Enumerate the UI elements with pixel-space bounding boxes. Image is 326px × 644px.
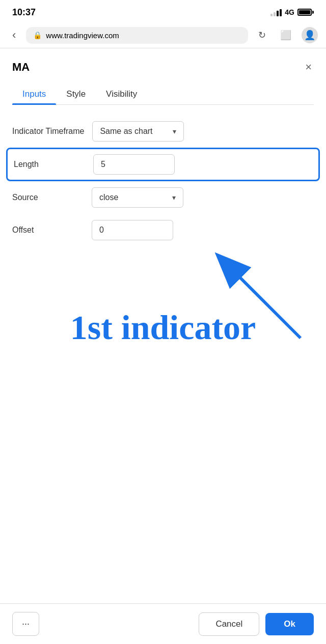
source-dropdown[interactable]: close ▾ (92, 187, 183, 208)
more-button[interactable]: ··· (12, 612, 39, 636)
battery-icon (297, 9, 314, 16)
tabs: Inputs Style Visibility (12, 84, 314, 105)
offset-row: Offset (12, 214, 314, 246)
source-value: close (99, 193, 166, 202)
modal-header: MA × (12, 59, 314, 76)
lock-icon: 🔒 (33, 31, 42, 39)
signal-icon (270, 8, 282, 16)
source-label: Source (12, 193, 84, 202)
form-section: Indicator Timeframe Same as chart ▾ Leng… (12, 105, 314, 257)
offset-label: Offset (12, 226, 84, 235)
network-label: 4G (285, 8, 294, 16)
status-time: 10:37 (12, 7, 36, 18)
indicator-timeframe-dropdown[interactable]: Same as chart ▾ (92, 121, 184, 142)
tab-style[interactable]: Style (56, 84, 96, 104)
length-input[interactable] (93, 154, 175, 175)
chevron-down-icon: ▾ (173, 127, 176, 135)
profile-icon: 👤 (304, 30, 315, 41)
cancel-button[interactable]: Cancel (199, 612, 259, 636)
bottom-bar: ··· Cancel Ok (0, 603, 326, 644)
status-icons: 4G (270, 8, 314, 16)
url-bar[interactable]: 🔒 www.tradingview.com (26, 27, 248, 44)
chevron-down-icon-2: ▾ (172, 193, 176, 202)
big-indicator-label: 1st indicator (0, 297, 326, 368)
url-text: www.tradingview.com (46, 31, 241, 40)
browser-bar: ‹ 🔒 www.tradingview.com ↻ ⬜ 👤 (0, 22, 326, 48)
status-bar: 10:37 4G (0, 0, 326, 22)
offset-input[interactable] (92, 220, 173, 240)
close-button[interactable]: × (303, 59, 314, 76)
indicator-timeframe-row: Indicator Timeframe Same as chart ▾ (12, 115, 314, 148)
length-label: Length (14, 160, 85, 169)
indicator-timeframe-label: Indicator Timeframe (12, 127, 84, 136)
bookmark-button[interactable]: ⬜ (276, 27, 295, 43)
reload-button[interactable]: ↻ (254, 27, 270, 43)
modal: MA × Inputs Style Visibility Indicator T… (0, 48, 326, 257)
modal-title: MA (12, 61, 30, 74)
tab-inputs[interactable]: Inputs (12, 84, 56, 104)
source-row: Source close ▾ (12, 181, 314, 214)
back-button[interactable]: ‹ (8, 26, 20, 44)
length-row: Length (6, 148, 320, 181)
profile-button[interactable]: 👤 (302, 27, 318, 43)
ok-button[interactable]: Ok (265, 613, 314, 635)
indicator-timeframe-value: Same as chart (100, 127, 167, 136)
tab-visibility[interactable]: Visibility (96, 84, 147, 104)
